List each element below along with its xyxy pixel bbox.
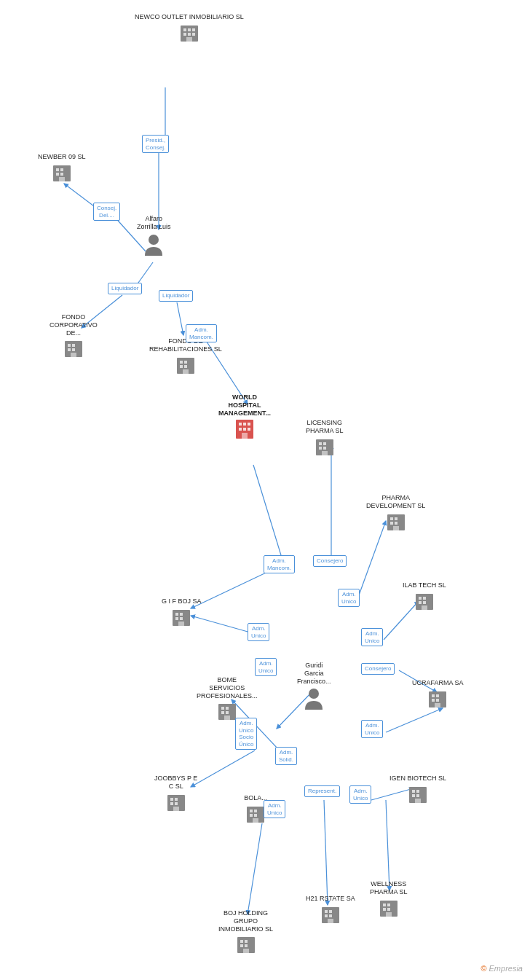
svg-rect-106	[254, 814, 257, 817]
svg-rect-72	[175, 613, 178, 616]
svg-rect-57	[248, 428, 250, 431]
svg-rect-105	[250, 814, 253, 817]
svg-line-22	[248, 823, 262, 914]
svg-rect-84	[221, 707, 224, 710]
node-newco: NEWCO OUTLET INMOBILIARIO SL	[135, 13, 244, 44]
svg-rect-88	[224, 716, 230, 720]
svg-rect-63	[323, 447, 326, 450]
building-icon-igen	[406, 784, 430, 806]
svg-rect-85	[226, 707, 229, 710]
svg-rect-66	[390, 517, 393, 520]
badge-adm-unico-joobbys[interactable]: Adm.UnicoSocioÚnico	[235, 718, 257, 750]
node-wellness: WELLNESSPHARMA SL	[370, 880, 408, 920]
svg-rect-34	[60, 168, 63, 171]
svg-rect-130	[387, 908, 390, 911]
node-boj-holding: BOJ HOLDINGGRUPOINMOBILIARIO SL	[218, 909, 273, 956]
badge-adm-unico-licensing[interactable]: Adm.Unico	[338, 589, 360, 607]
svg-rect-94	[436, 699, 439, 702]
badge-adm-unico-igen[interactable]: Adm.Unico	[349, 785, 371, 804]
node-world-hospital: WORLDHOSPITALMANAGEMENT...	[218, 393, 271, 440]
node-ucrafarma: UCRAFARMA SA	[412, 679, 464, 710]
badge-consejero2[interactable]: Consejero	[361, 663, 395, 675]
person-icon-guridi	[302, 686, 325, 713]
badge-adm-unico-gif[interactable]: Adm.Unico	[248, 623, 269, 641]
badge-represent[interactable]: Represent.	[304, 785, 340, 797]
svg-rect-64	[322, 451, 328, 455]
node-guridi: GuridiGarciaFrancisco...	[297, 662, 331, 713]
svg-rect-93	[432, 699, 435, 702]
svg-rect-70	[393, 526, 399, 530]
label-world-hospital: WORLDHOSPITALMANAGEMENT...	[218, 393, 271, 417]
node-gif-boj: G I F BOJ SA	[162, 597, 202, 629]
badge-adm-mancom1[interactable]: Adm.Mancom.	[186, 324, 217, 342]
badge-consej-del[interactable]: Consej.Del....	[93, 203, 120, 221]
node-licensing: LICENSINGPHARMA SL	[306, 419, 344, 458]
svg-rect-121	[325, 910, 328, 913]
badge-adm-mancom2[interactable]: Adm.Mancom.	[264, 555, 295, 573]
building-icon-boj-holding	[234, 934, 258, 956]
svg-rect-129	[383, 908, 386, 911]
svg-rect-78	[419, 597, 422, 600]
building-icon-joobbys	[165, 792, 188, 814]
watermark: © Empresia	[480, 964, 523, 973]
svg-rect-113	[415, 799, 421, 803]
label-h21: H21 RSTATE SA	[306, 895, 355, 903]
building-icon-fondo-rehab	[174, 355, 197, 377]
svg-rect-67	[395, 517, 398, 520]
svg-rect-101	[173, 807, 179, 811]
badge-liquidador1[interactable]: Liquidador	[108, 283, 142, 294]
svg-rect-61	[323, 442, 326, 445]
person-icon-alfaro	[142, 232, 165, 259]
svg-rect-52	[239, 423, 242, 426]
svg-rect-29	[188, 33, 191, 36]
svg-rect-115	[240, 940, 243, 943]
building-icon-wellness	[377, 898, 400, 920]
svg-rect-25	[183, 28, 186, 31]
node-igen: IGEN BIOTECH SL	[389, 775, 446, 806]
svg-rect-31	[186, 37, 192, 42]
label-igen: IGEN BIOTECH SL	[389, 775, 446, 783]
badge-consejero1[interactable]: Consejero	[313, 555, 347, 567]
svg-rect-104	[254, 810, 257, 812]
badge-adm-unico-pharma[interactable]: Adm.Unico	[361, 628, 383, 646]
arrows-layer	[0, 0, 530, 980]
badge-presid-consej[interactable]: Presid.,Consej.	[142, 135, 169, 153]
label-wellness: WELLNESSPHARMA SL	[370, 880, 408, 896]
svg-rect-80	[419, 601, 422, 604]
node-joobbys: JOOBBYS P EC SL	[154, 775, 197, 814]
svg-rect-107	[253, 818, 258, 823]
svg-rect-58	[242, 433, 248, 439]
svg-rect-33	[56, 168, 59, 171]
badge-adm-unico-bome[interactable]: Adm.Unico	[255, 658, 277, 676]
svg-line-20	[324, 800, 328, 905]
watermark-copyright: ©	[480, 964, 486, 973]
svg-line-23	[386, 800, 389, 890]
svg-rect-42	[68, 348, 71, 351]
label-ilab: ILAB TECH SL	[403, 581, 446, 589]
svg-rect-35	[56, 173, 59, 176]
label-alfaro: AlfaroZorrilla Luis	[137, 215, 171, 231]
badge-liquidador2[interactable]: Liquidador	[159, 290, 193, 302]
svg-rect-47	[184, 361, 187, 364]
svg-rect-27	[192, 28, 195, 31]
svg-rect-92	[436, 694, 439, 697]
svg-rect-36	[60, 173, 63, 176]
svg-rect-91	[432, 694, 435, 697]
svg-rect-112	[416, 794, 419, 797]
badge-adm-unico-ucra[interactable]: Adm.Unico	[361, 720, 383, 738]
svg-rect-48	[180, 365, 183, 368]
svg-rect-60	[319, 442, 322, 445]
label-fondo-corp: FONDOCORPORATIVODE...	[50, 313, 98, 337]
svg-rect-125	[328, 919, 333, 923]
badge-adm-solid[interactable]: Adm.Solid.	[275, 747, 297, 765]
svg-rect-44	[71, 353, 76, 357]
svg-rect-54	[248, 423, 250, 426]
svg-rect-50	[183, 369, 189, 374]
svg-rect-30	[192, 33, 195, 36]
svg-rect-46	[180, 361, 183, 364]
svg-rect-41	[72, 344, 75, 347]
badge-adm-unico-bola[interactable]: Adm.Unico	[264, 800, 285, 818]
label-joobbys: JOOBBYS P EC SL	[154, 775, 197, 791]
building-icon-h21	[319, 904, 342, 926]
building-icon-newber	[50, 162, 74, 184]
